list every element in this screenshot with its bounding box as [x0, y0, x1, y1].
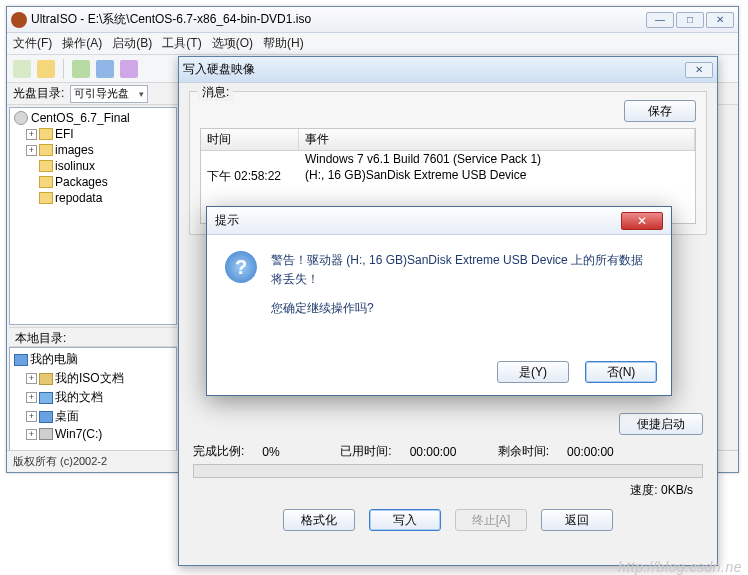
no-button[interactable]: 否(N) [585, 361, 657, 383]
options-area: 便捷启动 完成比例: 0% 已用时间: 00:00:00 剩余时间: 00:00… [179, 413, 717, 531]
watermark: http://blog.csdn.ne [618, 559, 742, 575]
save-log-button[interactable]: 保存 [624, 100, 696, 122]
desktop-icon [39, 411, 53, 423]
local-item[interactable]: +Win7(C:) [12, 426, 174, 442]
menu-boot[interactable]: 启动(B) [112, 35, 152, 52]
expand-icon[interactable]: + [26, 392, 37, 403]
boot-type-value: 可引导光盘 [74, 86, 129, 101]
save-icon[interactable] [96, 60, 114, 78]
tree-root-label: CentOS_6.7_Final [31, 111, 130, 125]
progress-value: 0% [262, 445, 322, 459]
docs-icon [39, 392, 53, 404]
progress-label: 完成比例: [193, 443, 244, 460]
expand-icon[interactable]: + [26, 129, 37, 140]
elapsed-label: 已用时间: [340, 443, 391, 460]
boot-type-combo[interactable]: 可引导光盘 ▾ [70, 85, 148, 103]
folder-icon [39, 160, 53, 172]
toolbar-separator [63, 59, 64, 79]
close-button[interactable]: ✕ [706, 12, 734, 28]
expand-icon[interactable]: + [26, 411, 37, 422]
local-item-label: Win7(C:) [55, 427, 102, 441]
chevron-down-icon: ▾ [139, 89, 144, 99]
progress-bar [193, 464, 703, 478]
write-button[interactable]: 写入 [369, 509, 441, 531]
refresh-icon[interactable] [72, 60, 90, 78]
drive-icon [39, 428, 53, 440]
local-item[interactable]: +我的ISO文档 [12, 369, 174, 388]
abort-button: 终止[A] [455, 509, 527, 531]
folder-icon [39, 128, 53, 140]
back-button[interactable]: 返回 [541, 509, 613, 531]
local-dir-label: 本地目录: [9, 327, 177, 347]
tree-item-label: EFI [55, 127, 74, 141]
yes-button[interactable]: 是(Y) [497, 361, 569, 383]
table-row: Windows 7 v6.1 Build 7601 (Service Pack … [201, 151, 695, 167]
folder-icon [39, 176, 53, 188]
local-item-label: 我的文档 [55, 389, 103, 406]
tree-item-label: repodata [55, 191, 102, 205]
maximize-button[interactable]: □ [676, 12, 704, 28]
folder-icon [39, 192, 53, 204]
tree-item[interactable]: +EFI [12, 126, 174, 142]
disc-tree: CentOS_6.7_Final +EFI +images isolinux P… [9, 107, 177, 325]
saveas-icon[interactable] [120, 60, 138, 78]
menu-tools[interactable]: 工具(T) [162, 35, 201, 52]
local-tree: 我的电脑 +我的ISO文档 +我的文档 +桌面 +Win7(C:) [9, 347, 177, 451]
menu-help[interactable]: 帮助(H) [263, 35, 304, 52]
remain-label: 剩余时间: [498, 443, 549, 460]
question-icon: ? [225, 251, 257, 283]
open-icon[interactable] [37, 60, 55, 78]
tree-item-label: isolinux [55, 159, 95, 173]
local-root-label: 我的电脑 [30, 351, 78, 368]
confirm-dialog: 提示 ✕ ? 警告！驱动器 (H:, 16 GB)SanDisk Extreme… [206, 206, 672, 396]
folder-icon [39, 373, 53, 385]
speed-value: 0KB/s [661, 483, 693, 497]
tree-item[interactable]: isolinux [12, 158, 174, 174]
col-event: 事件 [299, 129, 695, 150]
main-title: UltraISO - E:\系统\CentOS-6.7-x86_64-bin-D… [31, 11, 646, 28]
expand-icon[interactable]: + [26, 145, 37, 156]
expand-icon[interactable]: + [26, 373, 37, 384]
tree-item-label: Packages [55, 175, 108, 189]
write-close-button[interactable]: ✕ [685, 62, 713, 78]
main-titlebar: UltraISO - E:\系统\CentOS-6.7-x86_64-bin-D… [7, 7, 738, 33]
tree-root[interactable]: CentOS_6.7_Final [12, 110, 174, 126]
local-item-label: 桌面 [55, 408, 79, 425]
local-item[interactable]: +我的文档 [12, 388, 174, 407]
confirm-close-button[interactable]: ✕ [621, 212, 663, 230]
quick-boot-button[interactable]: 便捷启动 [619, 413, 703, 435]
menu-action[interactable]: 操作(A) [62, 35, 102, 52]
minimize-button[interactable]: — [646, 12, 674, 28]
col-time: 时间 [201, 129, 299, 150]
write-title: 写入硬盘映像 [183, 61, 255, 78]
speed-label: 速度: [630, 483, 657, 497]
local-item-label: 我的ISO文档 [55, 370, 124, 387]
local-item[interactable]: +桌面 [12, 407, 174, 426]
menu-options[interactable]: 选项(O) [212, 35, 253, 52]
elapsed-value: 00:00:00 [410, 445, 480, 459]
table-row: 下午 02:58:22(H:, 16 GB)SanDisk Extreme US… [201, 167, 695, 186]
confirm-warning-text: 警告！驱动器 (H:, 16 GB)SanDisk Extreme USB De… [271, 251, 653, 289]
messages-legend: 消息: [198, 84, 233, 101]
menubar: 文件(F) 操作(A) 启动(B) 工具(T) 选项(O) 帮助(H) [7, 33, 738, 55]
expand-icon[interactable]: + [26, 429, 37, 440]
new-icon[interactable] [13, 60, 31, 78]
remain-value: 00:00:00 [567, 445, 614, 459]
write-titlebar: 写入硬盘映像 ✕ [179, 57, 717, 83]
confirm-title: 提示 [215, 212, 239, 229]
format-button[interactable]: 格式化 [283, 509, 355, 531]
disc-dir-label: 光盘目录: [13, 85, 64, 102]
app-icon [11, 12, 27, 28]
confirm-titlebar: 提示 ✕ [207, 207, 671, 235]
computer-icon [14, 354, 28, 366]
tree-item[interactable]: repodata [12, 190, 174, 206]
tree-item[interactable]: +images [12, 142, 174, 158]
tree-item-label: images [55, 143, 94, 157]
confirm-question-text: 您确定继续操作吗? [271, 299, 653, 318]
tree-item[interactable]: Packages [12, 174, 174, 190]
menu-file[interactable]: 文件(F) [13, 35, 52, 52]
local-root[interactable]: 我的电脑 [12, 350, 174, 369]
status-text: 版权所有 (c)2002-2 [13, 455, 107, 467]
folder-icon [39, 144, 53, 156]
disc-icon [14, 111, 28, 125]
